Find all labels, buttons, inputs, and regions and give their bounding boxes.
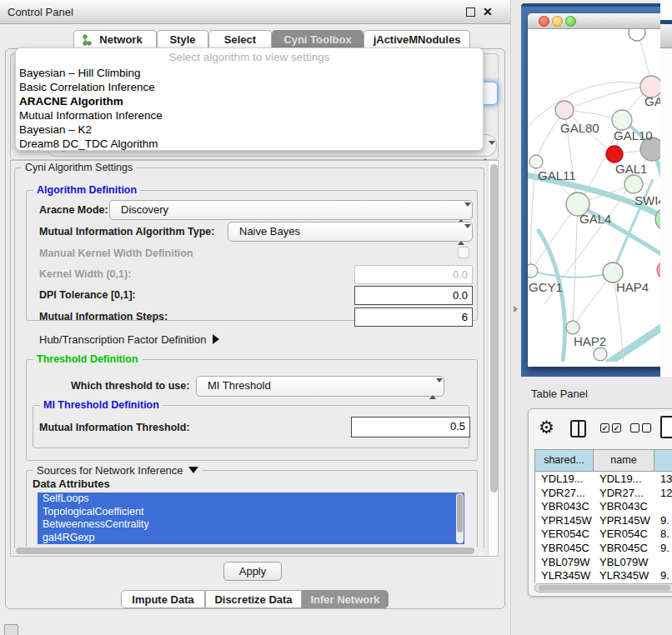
manual-kernel-checkbox[interactable] [458, 247, 469, 258]
network-edge[interactable] [538, 229, 564, 362]
tab-network[interactable]: Network [73, 30, 157, 49]
deselect-all-icon[interactable] [642, 423, 651, 432]
mi-type-combobox[interactable]: Naive Bayes [228, 222, 473, 242]
algorithm-option[interactable]: ARACNE Algorithm [16, 94, 483, 108]
aracne-mode-combobox[interactable]: Discovery [109, 200, 473, 220]
tab-style[interactable]: Style [157, 30, 208, 49]
kernel-width-field[interactable]: 0.0 [354, 265, 473, 284]
corner-widget-icon[interactable] [4, 624, 18, 635]
table-cell[interactable]: YBL079W [594, 556, 654, 570]
deselect-all-icon[interactable] [630, 423, 639, 432]
tab-impute-data[interactable]: Impute Data [121, 590, 205, 608]
control-panel-title: Control Panel [8, 6, 73, 18]
table-cell[interactable]: YER054C [594, 528, 654, 542]
algorithm-option[interactable]: Bayesian – K2 [16, 122, 483, 137]
network-edge[interactable] [573, 204, 578, 328]
table-cell[interactable]: YBR045C [535, 542, 594, 556]
horizontal-scrollbar[interactable] [14, 547, 484, 555]
gear-icon[interactable]: ⚙ [539, 418, 554, 438]
network-inner-window: GALGAL80GAL10GAL11GAL1SWI4GAL4GCY1HAP4YH… [528, 13, 665, 367]
data-attribute-item[interactable]: SelfLoops [38, 492, 464, 506]
table-cell[interactable]: YPR145W [535, 514, 594, 528]
columns-icon[interactable] [570, 420, 586, 438]
table-cell[interactable]: YDR27... [594, 487, 654, 501]
mi-threshold-field[interactable]: 0.5 [351, 417, 470, 438]
network-node[interactable] [594, 348, 607, 361]
data-attributes-list: SelfLoopsTopologicalCoefficientBetweenne… [38, 492, 464, 544]
divider-handle-icon[interactable] [514, 306, 518, 312]
table-cell[interactable]: YBR043C [535, 500, 594, 514]
network-window-titlebar[interactable] [528, 13, 665, 29]
table-cell[interactable]: YDR27... [535, 487, 594, 501]
tab-jactivemnodules[interactable]: jActiveMNodules [364, 30, 470, 49]
algorithm-option[interactable]: Mutual Information Inference [16, 108, 483, 122]
column-header[interactable]: shared... [535, 450, 594, 472]
table-cell[interactable]: YDL19... [535, 472, 594, 487]
column-header[interactable]: name [594, 450, 654, 472]
table-cell[interactable]: YDL19... [594, 472, 654, 487]
tab-select[interactable]: Select [208, 30, 272, 49]
network-node[interactable] [566, 321, 579, 334]
minimize-traffic-light-icon[interactable] [552, 16, 563, 27]
select-all-icon[interactable]: ✓ [612, 423, 621, 432]
background-window-titlebar [660, 24, 672, 48]
network-canvas[interactable]: GALGAL80GAL10GAL11GAL1SWI4GAL4GCY1HAP4YH… [528, 29, 665, 362]
tab-cyni-toolbox[interactable]: Cyni Toolbox [272, 30, 364, 49]
float-window-icon[interactable] [466, 8, 475, 17]
mi-threshold-label: Mutual Information Threshold: [39, 422, 190, 433]
data-attributes-label: Data Attributes [33, 478, 110, 490]
apply-button[interactable]: Apply [223, 562, 282, 581]
data-attribute-item[interactable]: TopologicalCoefficient [38, 506, 464, 519]
table-cell[interactable]: YER054C [535, 528, 594, 542]
network-node[interactable] [529, 155, 543, 168]
node-label: GCY1 [529, 280, 563, 294]
settings-vertical-scrollbar[interactable] [488, 161, 499, 556]
data-attribute-item[interactable]: gal4RGexp [38, 532, 464, 545]
select-all-icon[interactable]: ✓ [600, 423, 609, 432]
zoom-traffic-light-icon[interactable] [565, 16, 576, 27]
table-cell[interactable]: 12 [654, 487, 672, 501]
table-cell[interactable]: YBR045C [594, 542, 654, 556]
table-cell[interactable]: 9. [654, 569, 672, 583]
algorithm-option[interactable]: Dream8 DC_TDC Algorithm [16, 137, 483, 151]
document-icon[interactable] [660, 416, 672, 438]
table-cell[interactable]: YBR043C [594, 500, 654, 514]
list-scrollbar[interactable] [456, 493, 464, 543]
table-cell[interactable]: 8. [654, 528, 672, 542]
network-edge[interactable] [531, 271, 613, 278]
which-threshold-combobox[interactable]: MI Threshold [196, 376, 444, 397]
network-node[interactable] [629, 29, 645, 41]
table-cell[interactable]: YLR345W [535, 569, 594, 583]
mi-type-value: Naive Bayes [239, 225, 300, 238]
algorithm-options: Bayesian – Hill ClimbingBasic Correlatio… [16, 66, 483, 151]
table-horizontal-scrollbar[interactable] [534, 583, 672, 592]
node-label: HAP4 [616, 280, 649, 294]
dpi-tolerance-field[interactable]: 0.0 [354, 286, 473, 305]
mi-steps-field[interactable]: 6 [354, 308, 473, 327]
tab-discretize-data[interactable]: Discretize Data [205, 590, 302, 608]
network-node[interactable] [555, 101, 574, 119]
column-header[interactable]: A [654, 450, 672, 472]
group-title: MI Threshold Definition [40, 399, 163, 411]
close-traffic-light-icon[interactable] [539, 16, 549, 27]
data-attribute-item[interactable]: BetweennessCentrality [38, 518, 464, 532]
table-cell[interactable]: 13 [654, 472, 672, 487]
network-node[interactable] [624, 175, 643, 193]
tab-infer-network[interactable]: Infer Network [302, 590, 389, 608]
network-node[interactable] [606, 146, 623, 162]
background-window-strip [660, 0, 672, 377]
table-cell[interactable]: 9. [654, 514, 672, 528]
close-icon[interactable]: ✕ [483, 5, 493, 18]
algorithm-option[interactable]: Bayesian – Hill Climbing [16, 66, 483, 80]
sources-toggle[interactable]: Sources for Network Inference [33, 464, 202, 477]
algorithm-option[interactable]: Basic Correlation Inference [16, 80, 483, 94]
table-cell[interactable]: YLR345W [594, 569, 654, 583]
hub-definition-toggle[interactable]: Hub/Transcription Factor Definition [39, 333, 219, 346]
network-node[interactable] [612, 110, 632, 130]
network-node[interactable] [528, 264, 538, 278]
group-title: Cyni Algorithm Settings [22, 162, 136, 173]
table-cell[interactable]: YBL079W [535, 556, 594, 570]
table-cell[interactable]: 9. [654, 542, 672, 556]
table-cell[interactable]: YPR145W [594, 514, 654, 528]
network-edge[interactable] [607, 318, 665, 362]
